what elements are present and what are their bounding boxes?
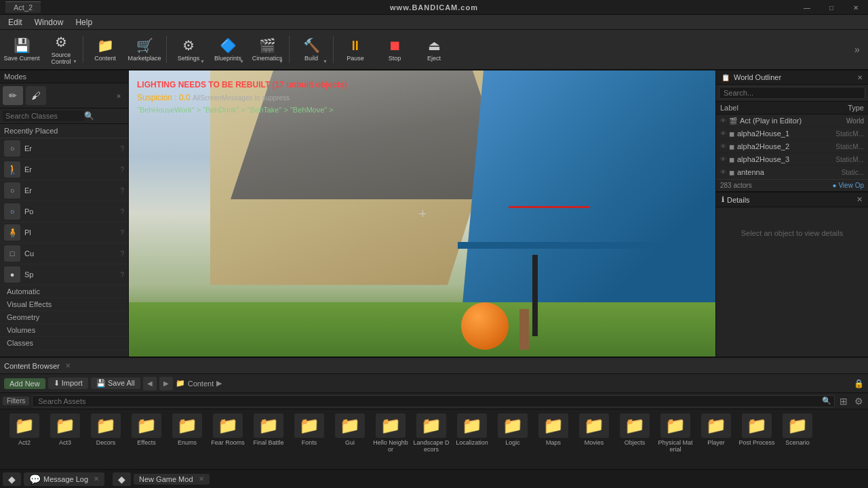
place-item-1[interactable]: ○ Er ? — [0, 138, 128, 159]
back-button[interactable]: ◀ — [143, 377, 157, 390]
folder-item-act2[interactable]: 📁 Act2 — [5, 413, 43, 446]
active-tab[interactable]: Act_2 — [5, 1, 41, 13]
viewport[interactable]: LIGHTING NEEDS TO BE REBUILT (17 unbuilt… — [129, 70, 715, 357]
marketplace-button[interactable]: 🛒 Marketplace — [125, 31, 163, 68]
place-icon-6: □ — [4, 245, 20, 262]
outliner-search-input[interactable] — [719, 87, 865, 99]
stop-button[interactable]: ⏹ Stop — [376, 31, 414, 68]
folder-item-scenario[interactable]: 📁 Scenario — [778, 413, 816, 446]
close-button[interactable]: ✕ — [844, 0, 868, 15]
search-assets-input[interactable] — [35, 396, 822, 407]
maximize-button[interactable]: □ — [819, 0, 844, 15]
view-options-button[interactable]: ⊞ — [837, 396, 850, 407]
category-visual-effects[interactable]: Visual Effects — [0, 298, 128, 311]
details-close-button[interactable]: ✕ — [856, 195, 863, 204]
view-op-button[interactable]: ● View Op — [833, 182, 864, 189]
search-assets-container: 🔍 — [32, 395, 835, 407]
path-label[interactable]: Content — [188, 380, 214, 388]
taskbar-ue-icon[interactable]: ◆ — [3, 472, 21, 486]
message-log-close[interactable]: ✕ — [94, 475, 99, 483]
folder-item-hello-neighbor[interactable]: 📁 Hello Neighbor — [372, 413, 410, 453]
outliner-row-antenna[interactable]: 👁 ◼ antenna Static... — [716, 166, 868, 179]
save-all-button[interactable]: 💾 Save All — [91, 378, 140, 389]
taskbar-message-log[interactable]: 💬 Message Log ✕ — [24, 472, 104, 486]
folder-item-decors[interactable]: 📁 Decors — [87, 413, 125, 446]
content-button[interactable]: 📁 Content — [86, 31, 124, 68]
content-icon: 📁 — [97, 37, 114, 54]
minimize-button[interactable]: — — [795, 0, 819, 15]
eye-icon[interactable]: 👁 — [720, 156, 726, 163]
folder-item-enums[interactable]: 📁 Enums — [168, 413, 206, 446]
folder-item-player[interactable]: 📁 Player — [697, 413, 735, 446]
expand-modes-button[interactable]: » — [112, 89, 125, 102]
add-new-button[interactable]: Add New — [4, 378, 45, 389]
blueprints-button[interactable]: 🔷 Blueprints — [209, 31, 247, 68]
actor-count: 283 actors ● View Op — [716, 179, 868, 192]
folder-item-objects[interactable]: 📁 Objects — [616, 413, 654, 446]
filters-button[interactable]: Filters — [3, 396, 29, 405]
outliner-row-house3[interactable]: 👁 ◼ alpha2House_3 StaticM... — [716, 153, 868, 166]
folder-item-fonts[interactable]: 📁 Fonts — [290, 413, 328, 446]
settings-view-button[interactable]: ⚙ — [852, 396, 865, 407]
pause-button[interactable]: ⏸ Pause — [336, 31, 374, 68]
eye-icon[interactable]: 👁 — [720, 143, 726, 150]
build-button[interactable]: 🔨 Build — [292, 31, 330, 68]
category-geometry[interactable]: Geometry — [0, 311, 128, 324]
actor-type-house3: StaticM... — [835, 156, 864, 163]
folder-icon: 📁 — [176, 379, 185, 388]
content-browser-close-button[interactable]: ✕ — [65, 362, 71, 369]
menu-window[interactable]: Window — [29, 16, 69, 28]
cinematics-button[interactable]: 🎬 Cinematics — [248, 31, 286, 68]
outliner-row-house2[interactable]: 👁 ◼ alpha2House_2 StaticM... — [716, 140, 868, 153]
folder-item-localization[interactable]: 📁 Localization — [453, 413, 491, 446]
place-item-3[interactable]: ○ Er ? — [0, 180, 128, 201]
new-game-mod-close[interactable]: ✕ — [199, 475, 204, 483]
eye-icon[interactable]: 👁 — [720, 169, 726, 176]
folder-item-effects[interactable]: 📁 Effects — [127, 413, 165, 446]
category-classes[interactable]: Classes — [0, 337, 128, 350]
eject-button[interactable]: ⏏ Eject — [415, 31, 453, 68]
marketplace-label: Marketplace — [127, 55, 161, 62]
place-item-2[interactable]: 🚶 Er ? — [0, 159, 128, 180]
place-item-6[interactable]: □ Cu ? — [0, 243, 128, 264]
outliner-row-house1[interactable]: 👁 ◼ alpha2House_1 StaticM... — [716, 127, 868, 140]
outliner-row-act[interactable]: 👁 🎬 Act (Play in Editor) World — [716, 115, 868, 127]
lock-button[interactable]: 🔒 — [854, 379, 864, 388]
folder-item-maps[interactable]: 📁 Maps — [534, 413, 572, 446]
folder-item-post-process[interactable]: 📁 Post Process — [738, 413, 776, 446]
folder-item-gui[interactable]: 📁 Gui — [331, 413, 369, 446]
folder-item-physical-material[interactable]: 📁 Physical Material — [656, 413, 694, 453]
title-bar: Act_2 www.BANDICAM.com — □ ✕ — [0, 0, 868, 15]
expand-toolbar-button[interactable]: » — [849, 31, 865, 68]
taskbar-new-game-mod[interactable]: New Game Mod ✕ — [134, 474, 209, 485]
import-button[interactable]: ⬇ Import — [48, 378, 88, 389]
folder-item-final-battle[interactable]: 📁 Final Battle — [250, 413, 288, 446]
menu-help[interactable]: Help — [70, 16, 98, 28]
blue-trim — [458, 242, 715, 249]
content-browser: Content Browser ✕ Add New ⬇ Import 💾 Sav… — [0, 357, 868, 472]
folder-item-landscape-decors[interactable]: 📁 Landscape Decors — [412, 413, 450, 453]
search-classes-input[interactable] — [3, 110, 84, 121]
menu-edit[interactable]: Edit — [3, 16, 28, 28]
settings-button[interactable]: ⚙ Settings — [170, 31, 208, 68]
folder-item-movies[interactable]: 📁 Movies — [575, 413, 613, 446]
search-classes-icon[interactable]: 🔍 — [84, 111, 94, 121]
save-current-button[interactable]: 💾 Save Current — [3, 31, 41, 68]
place-item-7[interactable]: ● Sp ? — [0, 264, 128, 285]
place-item-4[interactable]: ○ Po ? — [0, 201, 128, 222]
folder-label: Physical Material — [656, 439, 694, 453]
source-control-button[interactable]: ⚙ Source Control — [42, 31, 80, 68]
category-automatic[interactable]: Automatic — [0, 285, 128, 298]
paint-mode-button[interactable]: 🖌 — [26, 86, 46, 105]
place-mode-button[interactable]: ✏ — [3, 86, 23, 105]
folder-item-fear-rooms[interactable]: 📁 Fear Rooms — [209, 413, 247, 446]
eye-icon[interactable]: 👁 — [720, 130, 726, 137]
place-item-5[interactable]: 🧍 Pl ? — [0, 222, 128, 243]
forward-button[interactable]: ▶ — [159, 377, 173, 390]
eye-icon[interactable]: 👁 — [720, 117, 726, 124]
category-volumes[interactable]: Volumes — [0, 324, 128, 337]
folder-item-logic[interactable]: 📁 Logic — [494, 413, 532, 446]
taskbar-ue2-icon[interactable]: ◆ — [113, 472, 131, 486]
folder-item-act3[interactable]: 📁 Act3 — [46, 413, 84, 446]
outliner-close-button[interactable]: ✕ — [857, 74, 863, 81]
